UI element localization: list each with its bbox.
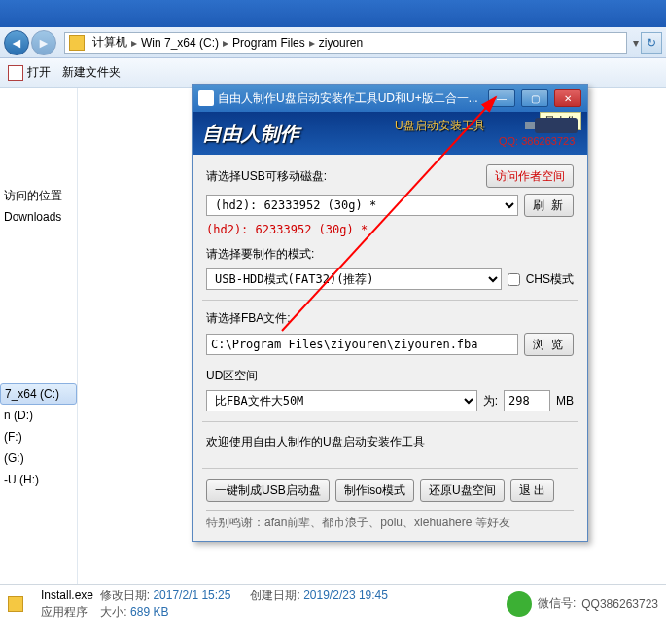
breadcrumb-seg[interactable]: ziyouren <box>315 36 367 50</box>
dialog-titlebar[interactable]: 自由人制作U盘启动安装作工具UD和U+版二合一... — ▢ ✕ <box>193 85 587 112</box>
chevron-down-icon[interactable]: ▾ <box>633 36 639 50</box>
usb-hint: (hd2): 62333952 (30g) * <box>206 223 574 236</box>
nav-item-selected[interactable]: 7_x64 (C:) <box>0 383 77 405</box>
banner-subtitle: U盘启动安装工具 <box>395 118 485 134</box>
file-icon <box>8 596 23 612</box>
action-row: 一键制成USB启动盘 制作iso模式 还原U盘空间 退 出 <box>206 479 574 502</box>
chs-label: CHS模式 <box>526 271 574 288</box>
ud-label: UD区空间 <box>206 368 258 384</box>
wechat-id: QQ386263723 <box>581 597 658 611</box>
wechat-icon <box>507 591 532 617</box>
separator <box>202 421 578 422</box>
navigation-pane: 访问的位置 Downloads 7_x64 (C:) n (D:) (F:) (… <box>0 88 78 584</box>
new-folder-button[interactable]: 新建文件夹 <box>62 64 121 81</box>
banner-qq: QQ: 386263723 <box>499 135 575 147</box>
status-create-label: 创建日期: <box>250 589 299 602</box>
explorer-titlebar <box>0 0 666 27</box>
status-create-date: 2019/2/23 19:45 <box>303 589 388 602</box>
dialog-banner: 自由人制作 U盘启动安装工具 QQ: 386263723 最小化 <box>193 112 587 155</box>
nav-item[interactable]: n (D:) <box>0 405 77 426</box>
ud-size-input[interactable] <box>504 390 550 411</box>
chs-checkbox[interactable] <box>508 273 520 286</box>
status-filename: Install.exe <box>41 589 93 602</box>
nav-item[interactable]: Downloads <box>0 206 77 228</box>
for-label: 为: <box>483 393 498 410</box>
address-bar: ◄ ► 计算机▸ Win 7_x64 (C:)▸ Program Files▸ … <box>0 27 666 58</box>
minimize-button[interactable]: — <box>488 89 515 107</box>
visit-author-button[interactable]: 访问作者空间 <box>486 164 574 188</box>
wechat-info: 微信号: QQ386263723 <box>507 591 658 617</box>
ud-select[interactable]: 比FBA文件大50M <box>206 390 477 411</box>
usb-label: 请选择USB可移动磁盘: <box>206 168 327 185</box>
maximize-button[interactable]: ▢ <box>521 89 548 107</box>
exit-button[interactable]: 退 出 <box>510 479 554 502</box>
welcome-text: 欢迎使用自由人制作的U盘启动安装作工具 <box>206 434 574 450</box>
breadcrumb[interactable]: 计算机▸ Win 7_x64 (C:)▸ Program Files▸ ziyo… <box>64 32 627 54</box>
status-bar: Install.exe 修改日期: 2017/2/1 15:25 创建日期: 2… <box>0 584 666 623</box>
fba-label: 请选择FBA文件: <box>206 310 291 327</box>
open-icon <box>8 65 23 81</box>
folder-icon <box>69 35 85 51</box>
breadcrumb-seg[interactable]: 计算机 <box>88 34 131 51</box>
breadcrumb-seg[interactable]: Win 7_x64 (C:) <box>137 36 223 50</box>
close-button[interactable]: ✕ <box>554 89 581 107</box>
dialog-body: 请选择USB可移动磁盘: 访问作者空间 (hd2): 62333952 (30g… <box>193 155 587 541</box>
dialog-title: 自由人制作U盘启动安装作工具UD和U+版二合一... <box>218 90 482 107</box>
nav-item[interactable]: -U (H:) <box>0 469 77 490</box>
separator <box>202 468 578 469</box>
open-label: 打开 <box>27 64 51 81</box>
restore-usb-button[interactable]: 还原U盘空间 <box>420 479 505 502</box>
nav-back-button[interactable]: ◄ <box>4 30 29 55</box>
usb-icon <box>535 118 578 133</box>
status-size: 689 KB <box>130 605 168 619</box>
make-usb-button[interactable]: 一键制成USB启动盘 <box>206 479 330 502</box>
status-type: 应用程序 <box>41 605 88 619</box>
make-iso-button[interactable]: 制作iso模式 <box>335 479 414 502</box>
mode-select[interactable]: USB-HDD模式(FAT32)(推荐) <box>206 268 502 290</box>
nav-forward-button[interactable]: ► <box>31 30 56 55</box>
nav-item[interactable]: (F:) <box>0 426 77 447</box>
credits: 特别鸣谢：afan前辈、都市浪子、poiu、xiehuahere 等好友 <box>206 510 574 531</box>
nav-item[interactable]: (G:) <box>0 447 77 469</box>
browse-button[interactable]: 浏 览 <box>524 333 574 356</box>
nav-item[interactable]: 访问的位置 <box>0 185 77 206</box>
refresh-icon[interactable]: ↻ <box>641 32 662 54</box>
app-dialog: 自由人制作U盘启动安装作工具UD和U+版二合一... — ▢ ✕ 自由人制作 U… <box>192 84 588 542</box>
refresh-button[interactable]: 刷 新 <box>524 194 574 217</box>
app-icon <box>198 90 214 106</box>
breadcrumb-seg[interactable]: Program Files <box>228 36 309 50</box>
fba-path-input[interactable] <box>206 334 518 355</box>
banner-title: 自由人制作 <box>202 121 299 147</box>
status-size-label: 大小: <box>100 605 126 619</box>
new-folder-label: 新建文件夹 <box>62 64 121 81</box>
status-mod-date: 2017/2/1 15:25 <box>153 589 230 602</box>
open-button[interactable]: 打开 <box>8 64 51 81</box>
mb-label: MB <box>556 394 574 408</box>
mode-label: 请选择要制作的模式: <box>206 246 314 263</box>
status-mod-label: 修改日期: <box>100 589 150 602</box>
usb-select[interactable]: (hd2): 62333952 (30g) * <box>206 195 518 216</box>
wechat-label: 微信号: <box>538 595 576 612</box>
separator <box>202 300 578 301</box>
